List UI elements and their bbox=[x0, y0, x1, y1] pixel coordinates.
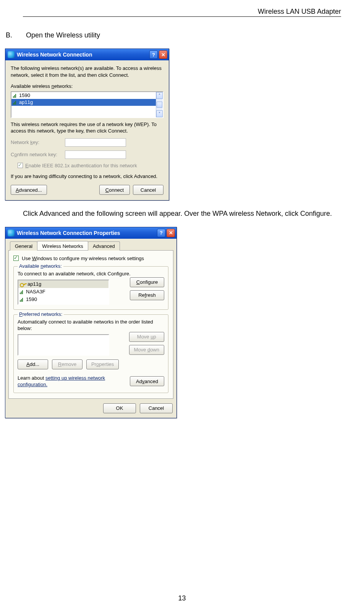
list-item[interactable]: ap11g bbox=[18, 280, 108, 288]
cancel-button[interactable]: Cancel bbox=[140, 403, 173, 413]
titlebar[interactable]: Wireless Network Connection Properties ?… bbox=[5, 227, 176, 239]
refresh-button[interactable]: Refresh bbox=[130, 290, 164, 300]
move-up-button[interactable]: Move up bbox=[129, 332, 165, 342]
label-part: ey: bbox=[33, 139, 39, 145]
add-button[interactable]: Add... bbox=[18, 359, 48, 369]
label-part: Pr bbox=[91, 361, 96, 367]
learn-about-text: Learn about setting up wireless network … bbox=[18, 375, 113, 388]
mid-paragraph: Click Advanced and the following screen … bbox=[23, 209, 341, 218]
list-item[interactable]: NASA3F bbox=[18, 288, 108, 296]
list-item[interactable]: 1590 bbox=[11, 92, 156, 99]
configure-button[interactable]: Configure bbox=[130, 277, 164, 287]
trouble-text: If you are having difficulty connecting … bbox=[11, 173, 163, 180]
label-part: referred networks: bbox=[23, 311, 63, 317]
label-underline: E bbox=[25, 163, 29, 168]
preferred-note: Automatically connect to available netwo… bbox=[18, 319, 164, 332]
wireless-connection-dialog: Wireless Network Connection ? ✕ The foll… bbox=[5, 49, 169, 201]
tab-strip: General Wireless Networks Advanced bbox=[8, 241, 173, 251]
page-header: Wireless LAN USB Adapter bbox=[23, 8, 341, 17]
scroll-up-button[interactable]: ˄ bbox=[156, 92, 163, 99]
scrollbar[interactable]: ˄ ˅ bbox=[156, 92, 163, 117]
enable-8021x-checkbox[interactable] bbox=[18, 163, 23, 168]
confirm-key-input[interactable] bbox=[65, 150, 126, 159]
network-name: 1590 bbox=[26, 296, 37, 302]
advanced-button[interactable]: Advanced... bbox=[11, 185, 47, 195]
label-underline: R bbox=[58, 361, 61, 367]
wireless-icon bbox=[8, 230, 15, 236]
dialog-title: Wireless Network Connection Properties bbox=[17, 230, 157, 236]
section-heading: B. Open the Wireless utility bbox=[6, 31, 341, 39]
label-part: C bbox=[11, 152, 14, 157]
signal-icon bbox=[20, 290, 24, 294]
preferred-networks-list[interactable] bbox=[18, 334, 109, 356]
label-underline: C bbox=[105, 187, 109, 193]
tab-general[interactable]: General bbox=[10, 241, 37, 251]
confirm-key-label: Confirm network key: bbox=[11, 152, 60, 157]
cancel-button[interactable]: Cancel bbox=[133, 185, 163, 195]
properties-button[interactable]: Properties bbox=[86, 359, 119, 369]
tab-wireless-networks[interactable]: Wireless Networks bbox=[37, 241, 88, 250]
tab-advanced[interactable]: Advanced bbox=[88, 241, 120, 251]
scroll-thumb[interactable] bbox=[157, 102, 162, 108]
label-part: etworks: bbox=[43, 263, 61, 269]
key-icon bbox=[20, 282, 25, 287]
use-windows-checkbox[interactable] bbox=[13, 256, 19, 261]
label-part: resh bbox=[146, 292, 155, 298]
list-item[interactable]: 1590 bbox=[18, 296, 108, 303]
label-part: Move bbox=[134, 347, 147, 353]
label-part: dvanced... bbox=[19, 187, 42, 193]
network-name: 1590 bbox=[19, 92, 30, 98]
signal-icon bbox=[13, 93, 17, 98]
remove-button[interactable]: Remove bbox=[52, 359, 83, 369]
section-title: Open the Wireless utility bbox=[26, 31, 100, 39]
signal-icon bbox=[20, 297, 24, 302]
page-number: 13 bbox=[0, 594, 364, 602]
network-key-label: Network key: bbox=[11, 139, 60, 145]
label-part: Learn about bbox=[18, 375, 45, 381]
label-part: dd... bbox=[30, 361, 39, 367]
preferred-networks-group: Preferred networks: Automatically connec… bbox=[13, 314, 168, 393]
dialog-title: Wireless Network Connection bbox=[17, 52, 149, 58]
group-title: Available networks: bbox=[18, 263, 63, 269]
enable-8021x-label: Enable IEEE 802.1x authentication for th… bbox=[25, 163, 137, 168]
network-key-input[interactable] bbox=[65, 138, 126, 147]
move-down-button[interactable]: Move down bbox=[129, 345, 165, 355]
label-part: Use bbox=[22, 256, 32, 261]
label-underline: A bbox=[26, 361, 30, 367]
label-part: p bbox=[153, 334, 156, 340]
label-part: onfigure bbox=[140, 279, 158, 285]
tab-page: Use Windows to configure my wireless net… bbox=[8, 251, 173, 399]
available-networks-list[interactable]: 1590 ap11g ˄ ˅ bbox=[11, 91, 163, 118]
label-part: nable IEEE 802.1x authentication for thi… bbox=[29, 163, 137, 168]
label-underline: A bbox=[16, 187, 19, 193]
close-button[interactable]: ✕ bbox=[167, 229, 175, 237]
network-name: ap11g bbox=[28, 281, 41, 287]
label-part: perties bbox=[99, 361, 114, 367]
label-part: nfirm network key: bbox=[17, 152, 57, 157]
label-part: Re bbox=[138, 292, 145, 298]
confirm-key-row: Confirm network key: bbox=[11, 150, 163, 159]
label-part: anced bbox=[144, 379, 158, 384]
titlebar[interactable]: Wireless Network Connection ? ✕ bbox=[5, 49, 169, 60]
label-part: indows to configure my wireless network … bbox=[37, 256, 144, 261]
label-part: Available bbox=[19, 263, 40, 269]
label-underline: o bbox=[14, 152, 17, 157]
label-part: etworks: bbox=[54, 83, 73, 89]
wireless-icon bbox=[8, 51, 15, 58]
connect-button[interactable]: Connect bbox=[99, 185, 130, 195]
use-windows-label: Use Windows to configure my wireless net… bbox=[22, 255, 144, 262]
advanced-button[interactable]: Advanced bbox=[130, 376, 164, 386]
close-button[interactable]: ✕ bbox=[159, 50, 167, 59]
scroll-down-button[interactable]: ˅ bbox=[156, 110, 163, 117]
label-part: Available wireless bbox=[11, 83, 52, 89]
label-part: Move bbox=[137, 334, 150, 340]
network-name: ap11g bbox=[19, 99, 33, 105]
help-button[interactable]: ? bbox=[157, 229, 165, 237]
group-title: Preferred networks: bbox=[18, 311, 64, 317]
section-letter: B. bbox=[6, 31, 24, 39]
list-item[interactable]: ap11g bbox=[11, 99, 156, 106]
available-networks-list[interactable]: ap11g NASA3F 1590 bbox=[18, 280, 109, 305]
label-part: Network bbox=[11, 139, 30, 145]
ok-button[interactable]: OK bbox=[103, 403, 136, 413]
help-button[interactable]: ? bbox=[149, 50, 158, 59]
